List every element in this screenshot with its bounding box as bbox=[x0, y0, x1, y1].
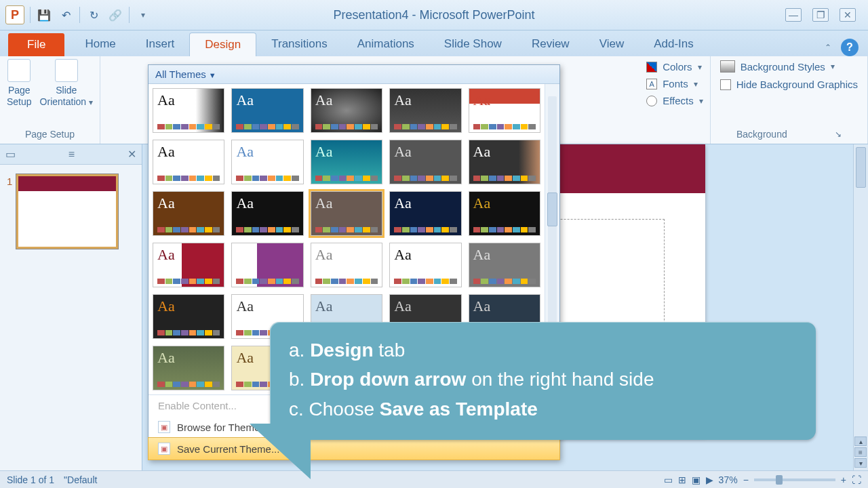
app-icon[interactable]: P bbox=[5, 5, 24, 24]
theme-thumbnail[interactable]: Aa bbox=[153, 243, 224, 287]
thumbnail-preview bbox=[16, 174, 118, 249]
group-theme-variants: Colors ▾ AFonts ▾ Effects ▾ bbox=[639, 56, 711, 144]
group-page-setup: Page Setup Slide Orientation ▾ Page Setu… bbox=[0, 56, 100, 144]
theme-sample-text: Aa bbox=[315, 298, 333, 315]
theme-thumbnail[interactable]: Aa bbox=[153, 88, 224, 133]
theme-sample-text: Aa bbox=[236, 246, 254, 264]
close-button[interactable]: ✕ bbox=[840, 8, 856, 22]
tab-slide-show[interactable]: Slide Show bbox=[429, 33, 517, 56]
theme-thumbnail[interactable]: Aa bbox=[389, 88, 461, 133]
restore-button[interactable]: ❐ bbox=[812, 8, 829, 22]
vertical-scrollbar[interactable]: ▴ ≡ ▾ bbox=[853, 144, 868, 470]
fonts-button[interactable]: AFonts ▾ bbox=[646, 76, 698, 92]
slide-nav-icon[interactable]: ≡ bbox=[854, 447, 867, 457]
slide-thumbnail-pane: ▭ ≡ ✕ 1 bbox=[0, 144, 142, 470]
theme-sample-text: Aa bbox=[473, 246, 491, 264]
view-reading-icon[interactable]: ▣ bbox=[692, 474, 701, 485]
theme-sample-text: Aa bbox=[394, 195, 412, 212]
theme-swatches bbox=[157, 330, 220, 336]
theme-swatches bbox=[157, 382, 220, 387]
fonts-icon: A bbox=[646, 79, 657, 89]
close-pane-icon[interactable]: ✕ bbox=[127, 148, 136, 161]
tab-add-ins[interactable]: Add-Ins bbox=[639, 33, 709, 56]
gallery-filter[interactable]: All Themes▼ bbox=[149, 65, 559, 84]
theme-sample-text: Aa bbox=[394, 246, 412, 264]
tab-insert[interactable]: Insert bbox=[131, 33, 190, 56]
theme-thumbnail[interactable]: Aa bbox=[153, 346, 224, 390]
theme-swatches bbox=[394, 227, 456, 232]
theme-thumbnail[interactable]: Aa bbox=[389, 243, 461, 287]
theme-sample-text: Aa bbox=[473, 298, 491, 315]
theme-thumbnail[interactable]: Aa bbox=[469, 140, 540, 184]
theme-thumbnail[interactable]: Aa bbox=[389, 191, 461, 236]
theme-thumbnail[interactable]: Aa bbox=[231, 191, 303, 236]
zoom-out-icon[interactable]: − bbox=[743, 474, 749, 485]
thumbnail-number: 1 bbox=[7, 174, 12, 187]
tab-transitions[interactable]: Transitions bbox=[256, 33, 342, 56]
theme-swatches bbox=[315, 176, 378, 181]
theme-sample-text: Aa bbox=[315, 246, 333, 264]
theme-thumbnail[interactable]: Aa bbox=[311, 140, 382, 184]
theme-swatches bbox=[473, 176, 536, 181]
theme-thumbnail[interactable]: Aa bbox=[469, 88, 540, 133]
tab-home[interactable]: Home bbox=[70, 33, 130, 56]
tab-view[interactable]: View bbox=[585, 33, 639, 56]
save-current-theme-item[interactable]: ▣ Save Current Theme... bbox=[148, 437, 560, 460]
slides-tab-icon[interactable]: ▭ bbox=[5, 148, 16, 161]
next-slide-icon[interactable]: ▾ bbox=[854, 458, 867, 468]
view-slideshow-icon[interactable]: ▶ bbox=[706, 474, 713, 485]
theme-thumbnail[interactable]: Aa bbox=[153, 191, 224, 236]
fit-to-window-icon[interactable]: ⛶ bbox=[852, 474, 861, 485]
theme-thumbnail[interactable]: Aa bbox=[469, 191, 540, 236]
view-normal-icon[interactable]: ▭ bbox=[664, 474, 673, 485]
zoom-slider[interactable] bbox=[754, 479, 835, 481]
theme-sample-text: Aa bbox=[236, 143, 254, 161]
undo-icon[interactable]: ↶ bbox=[58, 7, 74, 23]
theme-thumbnail[interactable]: Aa bbox=[311, 243, 382, 287]
group-label-page-setup: Page Setup bbox=[25, 126, 75, 142]
background-styles-button[interactable]: Background Styles ▾ bbox=[720, 60, 835, 73]
hide-background-checkbox[interactable]: Hide Background Graphics bbox=[720, 77, 858, 92]
theme-swatches bbox=[315, 227, 378, 232]
effects-button[interactable]: Effects ▾ bbox=[646, 93, 703, 108]
prev-slide-icon[interactable]: ▴ bbox=[854, 436, 867, 446]
background-launcher-icon[interactable]: ↘ bbox=[835, 129, 842, 139]
group-label-background: Background bbox=[736, 129, 787, 140]
qat-customize-icon[interactable]: ▾ bbox=[135, 7, 151, 23]
tab-review[interactable]: Review bbox=[517, 33, 585, 56]
tab-animations[interactable]: Animations bbox=[342, 33, 429, 56]
theme-thumbnail[interactable]: Aa bbox=[311, 88, 382, 133]
zoom-in-icon[interactable]: + bbox=[841, 474, 846, 485]
qat-misc-icon[interactable]: 🔗 bbox=[107, 7, 123, 23]
save-icon[interactable]: 💾 bbox=[36, 7, 52, 23]
theme-sample-text: Aa bbox=[157, 92, 175, 109]
colors-button[interactable]: Colors ▾ bbox=[646, 59, 701, 75]
tab-design[interactable]: Design bbox=[189, 33, 256, 56]
outline-tab-icon[interactable]: ≡ bbox=[68, 148, 75, 161]
theme-thumbnail[interactable]: Aa bbox=[469, 243, 540, 287]
page-setup-button[interactable]: Page Setup bbox=[7, 59, 32, 108]
theme-thumbnail[interactable]: Aa bbox=[153, 294, 224, 339]
theme-thumbnail[interactable]: Aa bbox=[389, 140, 461, 184]
instruction-callout: a. Design tab b. Drop down arrow on the … bbox=[270, 322, 816, 440]
theme-sample-text: Aa bbox=[473, 92, 491, 109]
slide-thumbnail[interactable]: 1 bbox=[7, 174, 135, 249]
status-theme: "Default bbox=[64, 474, 97, 485]
theme-swatches bbox=[473, 279, 536, 284]
theme-swatches bbox=[394, 124, 456, 129]
ribbon-collapse-icon[interactable]: ⌃ bbox=[825, 43, 831, 52]
theme-thumbnail[interactable]: Aa bbox=[311, 191, 382, 236]
help-icon[interactable]: ? bbox=[841, 39, 859, 56]
tab-file[interactable]: File bbox=[8, 33, 64, 56]
view-sorter-icon[interactable]: ⊞ bbox=[678, 474, 686, 485]
status-slide-count: Slide 1 of 1 bbox=[7, 474, 54, 485]
theme-swatches bbox=[236, 227, 298, 232]
theme-thumbnail[interactable]: Aa bbox=[231, 140, 303, 184]
repeat-icon[interactable]: ↻ bbox=[85, 7, 102, 23]
theme-thumbnail[interactable]: Aa bbox=[231, 243, 303, 287]
zoom-value: 37% bbox=[719, 474, 738, 485]
theme-thumbnail[interactable]: Aa bbox=[153, 140, 224, 184]
minimize-button[interactable]: — bbox=[785, 8, 802, 22]
slide-orientation-button[interactable]: Slide Orientation ▾ bbox=[40, 59, 93, 108]
theme-thumbnail[interactable]: Aa bbox=[231, 88, 303, 133]
